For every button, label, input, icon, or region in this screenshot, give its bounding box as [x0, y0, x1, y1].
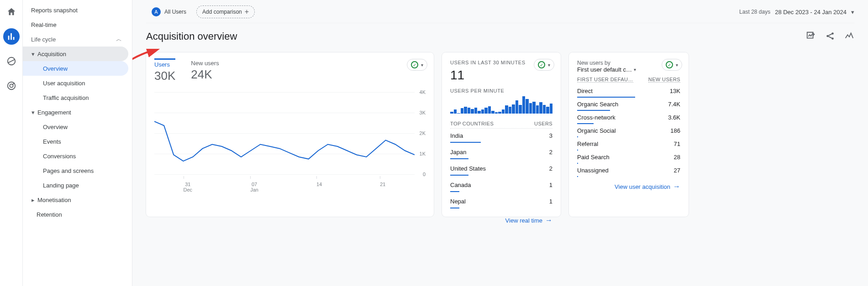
- country-row[interactable]: Canada1: [450, 178, 552, 194]
- channel-head: FIRST USER DEFAU…: [577, 77, 633, 83]
- audience-letter: A: [152, 7, 161, 16]
- users-trend-card: ✓ ▾ Users30KNew users24K 4K3K2K1K0 31Dec…: [146, 52, 434, 217]
- chevron-down-icon: ▾: [676, 62, 678, 68]
- view-realtime-link[interactable]: View real time →: [450, 216, 552, 224]
- chevron-down-icon: ▾: [851, 9, 854, 16]
- caret-down-icon: ▾: [29, 51, 37, 57]
- explore-icon[interactable]: [3, 53, 20, 69]
- caret-right-icon: ▸: [29, 197, 37, 203]
- view-user-acquisition-link[interactable]: View user acquisition →: [577, 182, 680, 191]
- page-title: Acquisition overview: [146, 31, 237, 42]
- card-status-menu[interactable]: ✓ ▾: [662, 59, 682, 71]
- y-tick-label: 3K: [420, 110, 426, 115]
- card-status-menu[interactable]: ✓ ▾: [534, 59, 554, 71]
- sidebar-item-landing-page[interactable]: Landing page: [23, 178, 128, 192]
- arrow-right-icon: →: [545, 216, 552, 224]
- sidebar-item-acq-overview[interactable]: Overview: [23, 61, 128, 76]
- divider: [146, 23, 854, 23]
- sidebar-item-user-acquisition[interactable]: User acquisition: [23, 76, 128, 90]
- y-tick-label: 4K: [420, 89, 426, 95]
- status-check-icon: ✓: [538, 61, 545, 68]
- new-users-head: NEW USERS: [648, 77, 680, 83]
- plus-icon: +: [245, 8, 249, 16]
- country-row[interactable]: United States2: [450, 161, 552, 178]
- sidebar-item-events[interactable]: Events: [23, 134, 128, 149]
- y-tick-label: 2K: [420, 130, 426, 136]
- caret-down-icon: ▾: [29, 109, 37, 116]
- channel-row[interactable]: Direct13K: [577, 84, 680, 98]
- reports-icon[interactable]: [3, 28, 20, 45]
- add-comparison-button[interactable]: Add comparison +: [196, 5, 255, 18]
- svg-point-2: [10, 84, 13, 87]
- country-row[interactable]: India3: [450, 129, 552, 145]
- x-tick-label: 07Jan: [250, 182, 258, 192]
- channel-row[interactable]: Organic Search7.4K: [577, 98, 680, 111]
- metric-tab[interactable]: New users24K: [191, 60, 219, 83]
- share-icon[interactable]: [825, 31, 835, 42]
- customize-report-icon[interactable]: [806, 31, 816, 42]
- sidebar-item-pages-screens[interactable]: Pages and screens: [23, 163, 128, 178]
- country-row[interactable]: Nepal1: [450, 194, 552, 211]
- sidebar-item-realtime[interactable]: Real-time: [23, 17, 128, 32]
- icon-rail: [0, 0, 23, 286]
- chevron-down-icon: ▾: [634, 67, 636, 72]
- channel-row[interactable]: Paid Search28: [577, 151, 680, 164]
- x-tick-label: 21: [380, 182, 385, 192]
- sidebar-section-life-cycle[interactable]: Life cycle ︿: [23, 32, 128, 47]
- y-tick-label: 0: [423, 172, 426, 177]
- x-tick-label: 14: [316, 182, 322, 192]
- users-per-minute-chart: [450, 96, 552, 114]
- new-users-by-card: ✓ ▾ New users by First user default c… ▾…: [569, 52, 689, 217]
- date-range-picker[interactable]: Last 28 days 28 Dec 2023 - 24 Jan 2024 ▾: [739, 9, 854, 16]
- channel-row[interactable]: Referral71: [577, 137, 680, 151]
- insights-icon[interactable]: [844, 31, 854, 42]
- arrow-right-icon: →: [673, 182, 680, 191]
- realtime-card: ✓ ▾ USERS IN LAST 30 MINUTES 11 USERS PE…: [442, 52, 561, 217]
- sidebar-item-eng-overview[interactable]: Overview: [23, 120, 128, 134]
- channel-row[interactable]: Cross-network3.6K: [577, 111, 680, 124]
- sidebar-item-reports-snapshot[interactable]: Reports snapshot: [23, 3, 128, 17]
- audience-chip[interactable]: A All Users: [146, 5, 192, 18]
- sidebar-item-engagement[interactable]: ▾ Engagement: [23, 105, 128, 120]
- chevron-up-icon: ︿: [116, 35, 122, 43]
- sidebar-item-traffic-acquisition[interactable]: Traffic acquisition: [23, 90, 128, 105]
- chevron-down-icon: ▾: [548, 62, 550, 68]
- sidebar-item-conversions[interactable]: Conversions: [23, 149, 128, 163]
- sidebar-item-acquisition[interactable]: ▾ Acquisition: [23, 47, 128, 61]
- y-tick-label: 1K: [420, 151, 426, 156]
- audience-label: All Users: [164, 9, 186, 15]
- channel-row[interactable]: Organic Social186: [577, 124, 680, 137]
- sidebar-item-monetisation[interactable]: ▸ Monetisation: [23, 192, 128, 207]
- card-status-menu[interactable]: ✓ ▾: [407, 59, 427, 71]
- channel-row[interactable]: Unassigned27: [577, 164, 680, 177]
- metric-tab[interactable]: Users30K: [154, 58, 175, 83]
- advertising-icon[interactable]: [3, 78, 20, 94]
- users-per-minute-title: USERS PER MINUTE: [450, 88, 552, 94]
- home-icon[interactable]: [3, 4, 20, 20]
- country-row[interactable]: Japan2: [450, 145, 552, 161]
- main-content: A All Users Add comparison + Last 28 day…: [132, 0, 868, 286]
- sidebar-item-retention[interactable]: Retention: [23, 207, 128, 222]
- status-check-icon: ✓: [666, 61, 673, 68]
- sidebar: Reports snapshot Real-time Life cycle ︿ …: [23, 0, 132, 286]
- chevron-down-icon: ▾: [421, 62, 423, 68]
- users-head: USERS: [534, 121, 552, 126]
- status-check-icon: ✓: [411, 61, 418, 68]
- users-line-chart: 4K3K2K1K0 31Dec07Jan14 21: [154, 88, 426, 192]
- topbar: A All Users Add comparison + Last 28 day…: [146, 5, 854, 18]
- countries-head: TOP COUNTRIES: [450, 121, 494, 126]
- x-tick-label: 31Dec: [184, 182, 193, 192]
